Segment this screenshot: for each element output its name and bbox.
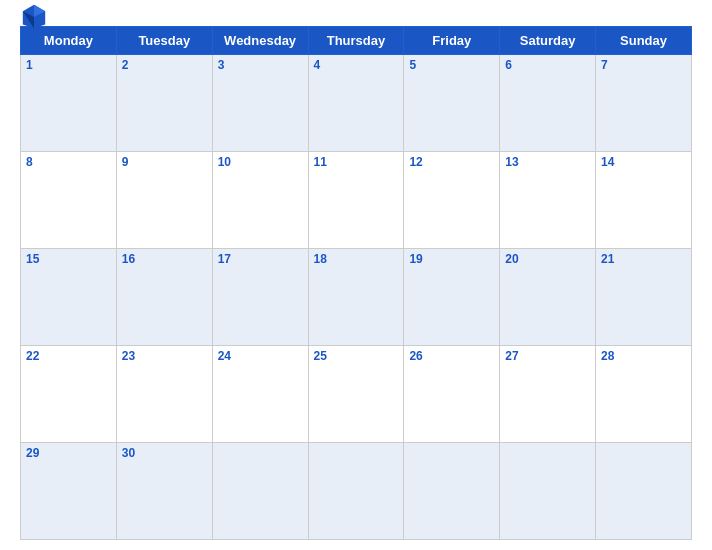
day-number: 15 bbox=[26, 252, 39, 266]
day-number: 16 bbox=[122, 252, 135, 266]
day-number: 18 bbox=[314, 252, 327, 266]
calendar-cell: 18 bbox=[308, 249, 404, 346]
calendar-cell: 9 bbox=[116, 152, 212, 249]
day-number: 9 bbox=[122, 155, 129, 169]
day-number: 11 bbox=[314, 155, 327, 169]
calendar-cell: 20 bbox=[500, 249, 596, 346]
day-number: 29 bbox=[26, 446, 39, 460]
calendar-week-row: 2930 bbox=[21, 443, 692, 540]
calendar-cell: 19 bbox=[404, 249, 500, 346]
day-number: 2 bbox=[122, 58, 129, 72]
calendar-cell: 25 bbox=[308, 346, 404, 443]
calendar-week-row: 1234567 bbox=[21, 55, 692, 152]
calendar-cell: 21 bbox=[596, 249, 692, 346]
day-number: 6 bbox=[505, 58, 512, 72]
day-number: 27 bbox=[505, 349, 518, 363]
day-number: 5 bbox=[409, 58, 416, 72]
weekday-header-wednesday: Wednesday bbox=[212, 27, 308, 55]
day-number: 22 bbox=[26, 349, 39, 363]
day-number: 21 bbox=[601, 252, 614, 266]
calendar-cell: 1 bbox=[21, 55, 117, 152]
calendar-cell: 13 bbox=[500, 152, 596, 249]
day-number: 24 bbox=[218, 349, 231, 363]
calendar-week-row: 891011121314 bbox=[21, 152, 692, 249]
calendar-cell: 27 bbox=[500, 346, 596, 443]
day-number: 25 bbox=[314, 349, 327, 363]
day-number: 14 bbox=[601, 155, 614, 169]
day-number: 28 bbox=[601, 349, 614, 363]
weekday-header-friday: Friday bbox=[404, 27, 500, 55]
weekday-header-row: MondayTuesdayWednesdayThursdayFridaySatu… bbox=[21, 27, 692, 55]
calendar-cell: 16 bbox=[116, 249, 212, 346]
calendar-cell: 12 bbox=[404, 152, 500, 249]
weekday-header-tuesday: Tuesday bbox=[116, 27, 212, 55]
day-number: 30 bbox=[122, 446, 135, 460]
calendar: MondayTuesdayWednesdayThursdayFridaySatu… bbox=[20, 26, 692, 540]
day-number: 10 bbox=[218, 155, 231, 169]
weekday-header-thursday: Thursday bbox=[308, 27, 404, 55]
calendar-cell: 23 bbox=[116, 346, 212, 443]
weekday-header-saturday: Saturday bbox=[500, 27, 596, 55]
calendar-week-row: 22232425262728 bbox=[21, 346, 692, 443]
header bbox=[20, 10, 692, 20]
calendar-cell: 4 bbox=[308, 55, 404, 152]
logo-icon bbox=[20, 2, 48, 30]
day-number: 3 bbox=[218, 58, 225, 72]
calendar-week-row: 15161718192021 bbox=[21, 249, 692, 346]
day-number: 7 bbox=[601, 58, 608, 72]
calendar-cell: 22 bbox=[21, 346, 117, 443]
calendar-cell bbox=[212, 443, 308, 540]
calendar-cell: 17 bbox=[212, 249, 308, 346]
calendar-cell: 14 bbox=[596, 152, 692, 249]
calendar-cell: 10 bbox=[212, 152, 308, 249]
calendar-cell: 24 bbox=[212, 346, 308, 443]
calendar-cell bbox=[404, 443, 500, 540]
day-number: 4 bbox=[314, 58, 321, 72]
calendar-cell: 15 bbox=[21, 249, 117, 346]
day-number: 20 bbox=[505, 252, 518, 266]
calendar-cell bbox=[596, 443, 692, 540]
calendar-cell: 3 bbox=[212, 55, 308, 152]
calendar-cell bbox=[308, 443, 404, 540]
calendar-cell: 26 bbox=[404, 346, 500, 443]
day-number: 13 bbox=[505, 155, 518, 169]
calendar-cell: 2 bbox=[116, 55, 212, 152]
calendar-cell: 6 bbox=[500, 55, 596, 152]
day-number: 19 bbox=[409, 252, 422, 266]
day-number: 1 bbox=[26, 58, 33, 72]
day-number: 8 bbox=[26, 155, 33, 169]
logo bbox=[20, 2, 52, 30]
day-number: 26 bbox=[409, 349, 422, 363]
calendar-cell: 29 bbox=[21, 443, 117, 540]
calendar-cell: 28 bbox=[596, 346, 692, 443]
weekday-header-sunday: Sunday bbox=[596, 27, 692, 55]
weekday-header-monday: Monday bbox=[21, 27, 117, 55]
calendar-cell: 7 bbox=[596, 55, 692, 152]
day-number: 12 bbox=[409, 155, 422, 169]
calendar-cell: 5 bbox=[404, 55, 500, 152]
calendar-cell: 11 bbox=[308, 152, 404, 249]
calendar-cell: 8 bbox=[21, 152, 117, 249]
calendar-cell: 30 bbox=[116, 443, 212, 540]
day-number: 17 bbox=[218, 252, 231, 266]
day-number: 23 bbox=[122, 349, 135, 363]
calendar-cell bbox=[500, 443, 596, 540]
